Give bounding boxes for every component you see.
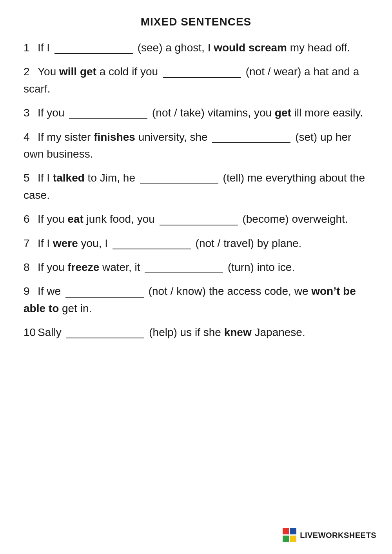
fill-blank[interactable] <box>145 271 223 273</box>
sentence-text: If I <box>38 237 53 249</box>
sentence-text: If we <box>38 285 64 297</box>
sentence-text: If my sister <box>38 131 94 143</box>
sentences-container: 1If I (see) a ghost, I would scream my h… <box>24 39 368 341</box>
sentence-text: (become) overweight. <box>240 213 348 225</box>
sentence-text: you, I <box>78 237 111 249</box>
fill-blank[interactable] <box>65 295 144 298</box>
logo-blue <box>290 528 296 534</box>
bold-text: freeze <box>67 261 99 273</box>
sentence-item: 1If I (see) a ghost, I would scream my h… <box>24 39 368 56</box>
sentence-item: 8If you freeze water, it (turn) into ice… <box>24 259 368 276</box>
sentence-number: 10 <box>24 324 38 341</box>
sentence-number: 3 <box>24 104 38 121</box>
fill-blank[interactable] <box>163 76 241 78</box>
watermark-text: LIVEWORKSHEETS <box>300 531 376 540</box>
bold-text: finishes <box>94 131 135 143</box>
bold-text: talked <box>53 172 85 184</box>
watermark: LIVEWORKSHEETS <box>283 528 376 542</box>
sentence-text: You <box>38 65 59 78</box>
fill-blank[interactable] <box>66 336 144 338</box>
sentence-number: 1 <box>24 39 38 56</box>
sentence-item: 2You will get a cold if you (not / wear)… <box>24 63 368 97</box>
sentence-item: 3If you (not / take) vitamins, you get i… <box>24 104 368 121</box>
sentence-text: ill more easily. <box>291 107 363 119</box>
sentence-text: university, she <box>135 131 211 143</box>
sentence-text: my head off. <box>287 42 350 54</box>
sentence-item: 6If you eat junk food, you (become) over… <box>24 211 368 227</box>
sentence-text: (turn) into ice. <box>225 261 295 273</box>
bold-text: eat <box>67 213 83 225</box>
sentence-number: 7 <box>24 235 38 252</box>
sentence-text: junk food, you <box>83 213 158 225</box>
sentence-number: 6 <box>24 211 38 227</box>
sentence-item: 5If I talked to Jim, he (tell) me everyt… <box>24 169 368 203</box>
sentence-text: (help) us if she <box>146 326 224 338</box>
sentence-text: to Jim, he <box>85 172 138 184</box>
fill-blank[interactable] <box>140 182 218 184</box>
sentence-text: a cold if you <box>96 65 161 78</box>
sentence-item: 10Sally (help) us if she knew Japanese. <box>24 324 368 341</box>
sentence-text: If I <box>38 172 53 184</box>
fill-blank[interactable] <box>54 51 133 54</box>
sentence-text: If you <box>38 107 67 119</box>
sentence-item: 7If I were you, I (not / travel) by plan… <box>24 235 368 252</box>
sentence-number: 4 <box>24 129 38 145</box>
logo-red <box>283 528 289 534</box>
sentence-text: If I <box>38 42 53 54</box>
sentence-number: 8 <box>24 259 38 276</box>
sentence-text: get in. <box>59 302 92 314</box>
bold-text: will get <box>59 65 96 78</box>
sentence-text: Japanese. <box>252 326 305 338</box>
sentence-text: water, it <box>99 261 143 273</box>
sentence-item: 4If my sister finishes university, she (… <box>24 129 368 163</box>
sentence-text: (not / take) vitamins, you <box>149 107 275 119</box>
bold-text: were <box>53 237 78 249</box>
sentence-text: (not / know) the access code, we <box>145 285 311 297</box>
sentence-number: 9 <box>24 283 38 300</box>
fill-blank[interactable] <box>160 223 238 225</box>
logo-green <box>283 536 289 542</box>
sentence-text: Sally <box>38 326 64 338</box>
logo-yellow <box>290 536 296 542</box>
fill-blank[interactable] <box>113 247 191 249</box>
bold-text: knew <box>224 326 252 338</box>
bold-text: would scream <box>214 42 287 54</box>
page-title: MIXED SENTENCES <box>24 16 368 28</box>
fill-blank[interactable] <box>69 117 147 119</box>
sentence-text: If you <box>38 213 67 225</box>
sentence-number: 5 <box>24 169 38 186</box>
sentence-text: If you <box>38 261 67 273</box>
sentence-text: (see) a ghost, I <box>134 42 214 54</box>
sentence-number: 2 <box>24 63 38 80</box>
liveworksheets-logo <box>283 528 297 542</box>
fill-blank[interactable] <box>212 141 290 143</box>
sentence-text: (not / travel) by plane. <box>192 237 302 249</box>
sentence-item: 9If we (not / know) the access code, we … <box>24 283 368 317</box>
bold-text: get <box>275 107 291 119</box>
